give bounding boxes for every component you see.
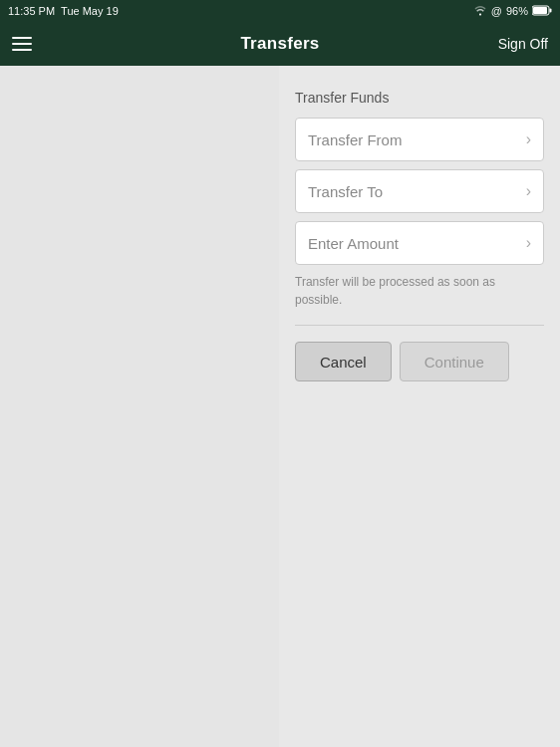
nav-bar-right: Sign Off — [498, 35, 548, 53]
nav-bar: Transfers Sign Off — [0, 22, 560, 66]
enter-amount-label: Enter Amount — [308, 235, 399, 252]
left-panel — [0, 66, 279, 747]
transfer-to-chevron: › — [526, 182, 531, 200]
enter-amount-chevron: › — [526, 234, 531, 252]
status-bar-right: @ 96% — [473, 5, 552, 18]
divider — [295, 325, 544, 326]
transfer-from-chevron: › — [526, 130, 531, 148]
continue-button[interactable]: Continue — [400, 342, 509, 381]
transfer-from-field[interactable]: Transfer From › — [295, 118, 544, 161]
svg-rect-2 — [533, 7, 547, 14]
section-title: Transfer Funds — [295, 90, 544, 106]
right-panel: Transfer Funds Transfer From › Transfer … — [279, 66, 560, 747]
at-sign: @ — [491, 5, 502, 17]
status-bar: 11:35 PM Tue May 19 @ 96% — [0, 0, 560, 22]
page-title: Transfers — [240, 34, 319, 54]
transfer-to-field[interactable]: Transfer To › — [295, 169, 544, 213]
svg-rect-1 — [550, 8, 552, 12]
status-bar-left: 11:35 PM Tue May 19 — [8, 5, 119, 17]
cancel-button[interactable]: Cancel — [295, 342, 392, 381]
sign-off-button[interactable]: Sign Off — [498, 36, 548, 52]
transfer-from-label: Transfer From — [308, 131, 402, 148]
status-time: 11:35 PM — [8, 5, 55, 17]
menu-button[interactable] — [12, 37, 32, 51]
transfer-to-label: Transfer To — [308, 183, 383, 200]
battery-icon — [532, 5, 552, 18]
nav-bar-left — [12, 37, 32, 51]
battery-percent: 96% — [506, 5, 528, 17]
main-layout: Transfer Funds Transfer From › Transfer … — [0, 66, 560, 747]
info-text: Transfer will be processed as soon as po… — [295, 273, 544, 309]
enter-amount-field[interactable]: Enter Amount › — [295, 221, 544, 265]
status-date: Tue May 19 — [61, 5, 119, 17]
buttons-row: Cancel Continue — [295, 342, 544, 381]
wifi-icon — [473, 5, 487, 18]
